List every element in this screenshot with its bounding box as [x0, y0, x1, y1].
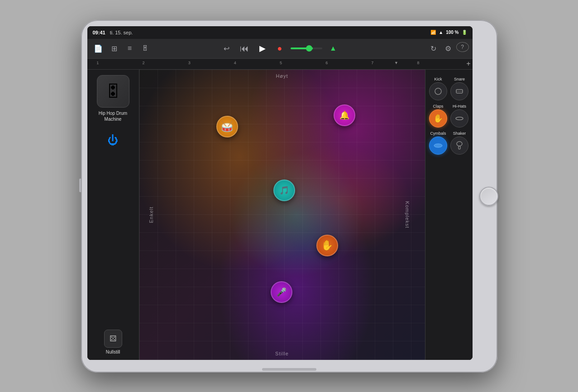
undo-button[interactable]: ↩: [220, 42, 233, 55]
battery-icon: 🔋: [462, 30, 467, 35]
kick-pad-group: Kick: [429, 77, 448, 100]
add-track-button[interactable]: +: [466, 60, 470, 68]
cymbals-pad-group: Cymbals: [429, 131, 448, 155]
track-view-button[interactable]: ⊞: [108, 42, 121, 55]
left-sidebar: 🎛 Hip Hop Drum Machine ⏻ ⚄ Nullstill: [87, 70, 139, 360]
loop-button[interactable]: ↻: [427, 42, 440, 55]
xy-label-top: Høyt: [276, 73, 288, 79]
ruler-mark-6: 6: [325, 61, 328, 65]
shaker-pad[interactable]: [450, 137, 468, 155]
dice-icon: ⚄: [110, 334, 117, 344]
status-date: ti. 15. sep.: [110, 30, 133, 35]
reset-section: ⚄ Nullstill: [104, 330, 122, 354]
ruler-mark-5: 5: [280, 61, 282, 65]
hihats-label: Hi-Hats: [453, 104, 466, 109]
toolbar: 📄 ⊞ ≡ 🎚 ↩ ⏮ ▶ ● ▲ ↻ ⚙ ?: [87, 39, 473, 59]
play-button[interactable]: ▶: [256, 42, 269, 55]
timeline-ruler[interactable]: 1 2 3 4 5 6 7 ▼ 8 +: [87, 59, 473, 70]
battery-status: 100 %: [446, 30, 459, 35]
cymbals-label: Cymbals: [430, 131, 446, 136]
ruler-mark-8: 8: [417, 61, 419, 65]
snare-pad[interactable]: [450, 82, 468, 100]
mixer-button[interactable]: ≡: [124, 42, 136, 55]
svg-point-5: [457, 142, 462, 146]
status-time: 09:41: [93, 30, 105, 35]
wifi-icon: 📶: [430, 30, 436, 35]
xy-pad[interactable]: Høyt Stille Enkelt Komplekst 🥁 🔔 🎵 ✋ 🎤: [139, 70, 425, 360]
xy-label-bottom: Stille: [275, 351, 289, 356]
puck-drum[interactable]: 🥁: [216, 116, 238, 137]
ipad-screen: 09:41 ti. 15. sep. 📶 ▲ 100 % 🔋 📄 ⊞ ≡ 🎚 ↩…: [87, 26, 473, 360]
ruler-mark-1: 1: [96, 61, 99, 65]
settings-button[interactable]: ⚙: [442, 42, 454, 55]
ruler-mark-3: 3: [188, 61, 191, 65]
xy-label-right: Komplekst: [405, 201, 410, 228]
puck-cymbal-open[interactable]: 🔔: [334, 104, 355, 126]
playhead-marker: ▼: [394, 61, 398, 65]
snare-label: Snare: [454, 77, 465, 81]
main-content: 🎛 Hip Hop Drum Machine ⏻ ⚄ Nullstill Høy…: [87, 70, 473, 360]
hihats-pad[interactable]: [450, 109, 468, 128]
snare-pad-group: Snare: [450, 77, 469, 100]
ruler-mark-2: 2: [143, 61, 145, 65]
claps-pad[interactable]: ✋: [429, 109, 447, 128]
side-button[interactable]: [79, 179, 81, 192]
shaker-label: Shaker: [453, 131, 466, 136]
instrument-name: Hip Hop Drum Machine: [91, 110, 135, 122]
power-button[interactable]: ⏻: [104, 131, 122, 149]
rewind-button[interactable]: ⏮: [237, 42, 252, 55]
puck-shaker[interactable]: 🎤: [271, 281, 292, 303]
drum-pads-panel: Kick Snare Claps ✋: [425, 70, 473, 360]
ipad-bottom: [81, 366, 497, 373]
xy-pad-container: Høyt Stille Enkelt Komplekst 🥁 🔔 🎵 ✋ 🎤: [139, 70, 425, 360]
help-button[interactable]: ?: [456, 42, 469, 52]
svg-rect-6: [459, 146, 460, 149]
kick-label: Kick: [434, 77, 442, 81]
kick-pad[interactable]: [429, 82, 447, 100]
cymbals-pad[interactable]: [429, 137, 447, 155]
svg-point-3: [456, 117, 463, 120]
instrument-card[interactable]: 🎛 Hip Hop Drum Machine: [91, 75, 135, 122]
ipad-shell: 09:41 ti. 15. sep. 📶 ▲ 100 % 🔋 📄 ⊞ ≡ 🎚 ↩…: [81, 20, 497, 373]
puck-claps[interactable]: ✋: [316, 235, 338, 256]
claps-pad-group: Claps ✋: [429, 104, 448, 128]
reset-button[interactable]: ⚄: [104, 330, 122, 348]
puck-hihat[interactable]: 🎵: [273, 179, 295, 201]
metronome-button[interactable]: ▲: [327, 42, 339, 55]
ruler-mark-4: 4: [234, 61, 236, 65]
claps-label: Claps: [433, 104, 443, 109]
settings-eq-button[interactable]: 🎚: [139, 42, 152, 55]
reset-label: Nullstill: [106, 349, 120, 354]
volume-control[interactable]: [291, 47, 322, 49]
new-track-button[interactable]: 📄: [91, 42, 105, 55]
home-button[interactable]: [479, 187, 498, 206]
shaker-pad-group: Shaker: [450, 131, 469, 155]
signal-icon: ▲: [439, 30, 443, 35]
xy-label-left: Enkelt: [148, 206, 154, 223]
svg-point-4: [434, 144, 442, 147]
svg-point-0: [435, 88, 441, 94]
ipad-connector: [262, 368, 316, 371]
hihats-pad-group: Hi-Hats: [450, 104, 469, 128]
status-bar: 09:41 ti. 15. sep. 📶 ▲ 100 % 🔋: [87, 26, 473, 39]
ruler-mark-7: 7: [371, 61, 373, 65]
instrument-icon: 🎛: [97, 75, 129, 108]
record-button[interactable]: ●: [273, 42, 286, 55]
